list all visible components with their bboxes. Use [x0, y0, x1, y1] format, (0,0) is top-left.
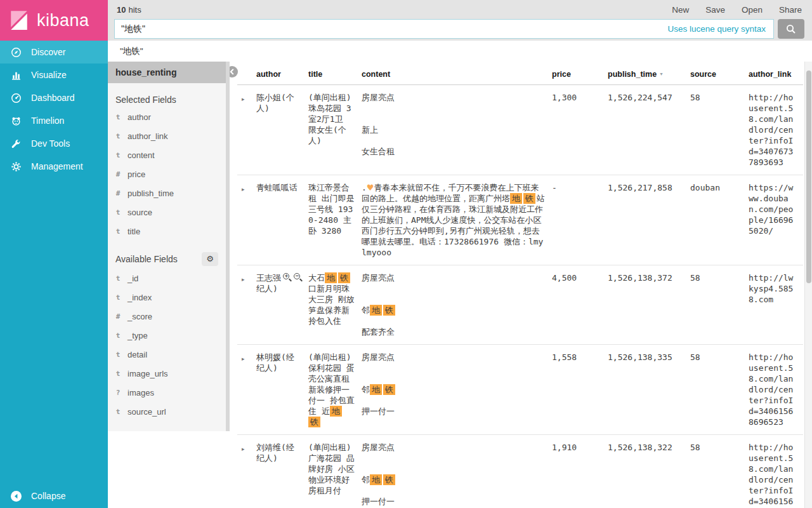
field-item-title[interactable]: ttitle	[108, 222, 226, 241]
sidebar-item-dashboard[interactable]: Dashboard	[0, 86, 108, 109]
sidebar-item-management[interactable]: Management	[0, 155, 108, 178]
field-item-price[interactable]: #price	[108, 164, 226, 184]
highlight-match: 铁	[383, 384, 395, 395]
highlight-match: 地	[370, 384, 382, 395]
kibana-logo-icon	[8, 10, 30, 31]
save-button[interactable]: Save	[705, 5, 725, 15]
open-button[interactable]: Open	[742, 5, 763, 15]
field-name: title	[128, 227, 140, 236]
field-type-badge: ?	[115, 389, 121, 397]
field-item-image_urls[interactable]: timage_urls	[108, 364, 226, 383]
highlight-match: 地	[330, 406, 342, 417]
field-name: source_url	[128, 407, 166, 417]
collapse-label: Collapse	[31, 491, 65, 501]
index-pattern-name: house_renting	[115, 67, 176, 77]
lucene-syntax-link[interactable]: Uses lucene query syntax	[667, 24, 773, 34]
available-fields-list: t_idt_index#_scoret_typetdetailtimage_ur…	[108, 269, 226, 421]
zoom-out-icon[interactable]: −	[293, 272, 302, 281]
vertical-scrollbar	[804, 62, 812, 508]
field-item-_type[interactable]: t_type	[108, 326, 226, 345]
sidebar-item-discover[interactable]: Discover	[0, 41, 108, 64]
field-name: publish_time	[128, 189, 174, 198]
field-name: author_link	[128, 131, 168, 141]
field-type-badge: t	[115, 370, 121, 378]
cell-author-link: http://houserent.58.com/landlord/center?…	[749, 352, 803, 427]
highlight-match: 铁	[523, 193, 535, 204]
cell-price: 1,910	[552, 442, 608, 508]
table-row: ▸ 林明媛(经纪人) (单间出租)保利花园 蛋壳公寓直租 新装修押一付一 拎包直…	[237, 345, 803, 435]
field-item-source_url[interactable]: tsource_url	[108, 402, 226, 421]
expand-caret[interactable]: ▸	[237, 182, 256, 258]
field-name: _id	[128, 274, 138, 283]
cell-title: (单间出租)珠岛花园 3室2厅1卫 限女生(个人)	[308, 92, 362, 168]
collapse-fields-panel-button[interactable]	[230, 66, 238, 77]
kibana-logo[interactable]: kibana	[0, 0, 108, 41]
field-item-author[interactable]: tauthor	[108, 107, 226, 126]
cell-content: .♥青春本来就留不住，千万不要浪费在上下班来回的路上。优越的地理位置，距离广州塔…	[362, 182, 552, 258]
field-type-badge: t	[115, 227, 121, 236]
field-item-_score[interactable]: #_score	[108, 307, 226, 326]
collapse-nav-button[interactable]: Collapse	[0, 484, 108, 508]
header-spacer	[237, 70, 256, 79]
field-item-detail[interactable]: tdetail	[108, 345, 226, 364]
expand-caret[interactable]: ▸	[237, 272, 256, 337]
search-input[interactable]	[115, 20, 667, 38]
cell-author: 王志强(经纪人)+−	[256, 272, 308, 337]
sidebar-item-timelion[interactable]: Timelion	[0, 109, 108, 132]
share-button[interactable]: Share	[779, 5, 802, 15]
new-button[interactable]: New	[672, 5, 689, 15]
field-item-publish_time[interactable]: #publish_time	[108, 184, 226, 203]
hits-row: 10 hits New Save Open Share	[108, 0, 812, 19]
sidebar-item-visualize[interactable]: Visualize	[0, 64, 108, 86]
column-header-author-link[interactable]: author_link	[749, 70, 803, 79]
field-settings-gear-button[interactable]: ⚙	[202, 252, 218, 266]
field-name: price	[128, 170, 145, 179]
gear-icon	[11, 161, 22, 172]
cell-publish-time: 1,526,217,858	[608, 182, 690, 258]
cell-title: 珠江帝景合租 出门即是三号线 1930-2480 主卧 3280	[308, 182, 362, 258]
cell-content: 房屋亮点 新上 女生合租	[362, 92, 552, 168]
field-type-badge: t	[115, 208, 121, 217]
cell-price: 1,558	[552, 352, 608, 427]
field-type-badge: t	[115, 132, 121, 140]
field-item-source[interactable]: tsource	[108, 203, 226, 222]
sort-descending-icon: ▼	[659, 72, 664, 76]
cell-title: (单间出租)广海花园 品牌好房 小区物业环境好 房租月付	[308, 442, 362, 508]
sidebar-item-label: Timelion	[31, 116, 64, 126]
scrollbar-thumb[interactable]	[806, 70, 811, 283]
highlight-match: 地	[370, 474, 382, 485]
chevron-left-circle-icon	[230, 66, 238, 77]
highlight-match: 铁	[383, 474, 395, 485]
cell-author-link: http://houserent.58.com/landlord/center?…	[749, 92, 803, 168]
field-name: images	[128, 388, 154, 398]
highlight-match: 铁	[338, 272, 350, 283]
cell-author-link: http://lwkysp4.5858.com	[749, 272, 803, 337]
cell-source: 58	[690, 442, 749, 508]
sidebar-item-dev-tools[interactable]: Dev Tools	[0, 132, 108, 155]
expand-caret[interactable]: ▸	[237, 352, 256, 427]
field-name: author	[128, 112, 151, 122]
expand-caret[interactable]: ▸	[237, 92, 256, 168]
field-item-images[interactable]: ?images	[108, 383, 226, 402]
column-header-author[interactable]: author	[256, 70, 308, 79]
query-suggestion[interactable]: "地铁"	[108, 41, 812, 62]
expand-caret[interactable]: ▸	[237, 442, 256, 508]
column-header-source[interactable]: source	[690, 70, 749, 79]
cell-source: 58	[690, 92, 749, 168]
cell-title: 大石地铁口新月明珠大三房 刚放笋盘保养新 拎包入住	[308, 272, 362, 337]
zoom-in-icon[interactable]: +	[282, 272, 291, 281]
field-item-_index[interactable]: t_index	[108, 288, 226, 307]
search-button[interactable]	[778, 19, 804, 39]
field-item-content[interactable]: tcontent	[108, 145, 226, 164]
field-type-badge: t	[115, 274, 121, 283]
column-header-title[interactable]: title	[308, 70, 362, 79]
cell-author: 刘靖维(经纪人)	[256, 442, 308, 508]
field-item-author_link[interactable]: tauthor_link	[108, 126, 226, 145]
column-header-publish-time[interactable]: publish_time▼	[608, 70, 690, 79]
field-item-_id[interactable]: t_id	[108, 269, 226, 288]
available-fields-title: Available Fields ⚙	[115, 252, 218, 266]
index-pattern-selector[interactable]: house_renting	[108, 62, 226, 83]
query-bar: 10 hits New Save Open Share Uses lucene …	[108, 0, 812, 41]
column-header-content[interactable]: content	[362, 70, 552, 79]
column-header-price[interactable]: price	[552, 70, 608, 79]
